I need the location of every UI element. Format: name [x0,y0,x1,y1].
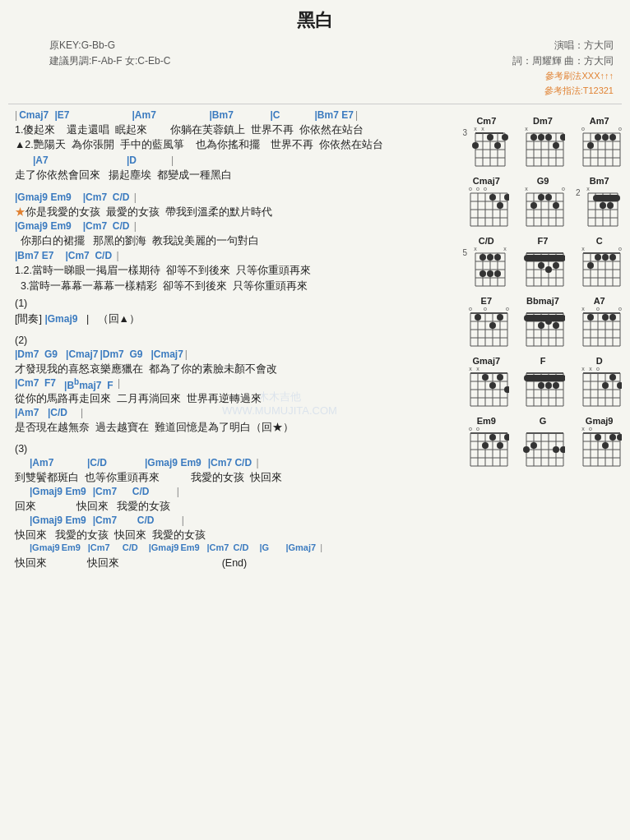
interlude-label: (1) [15,296,449,312]
svg-text:x: x [474,247,477,252]
divider [8,104,622,104]
bridge-chord-row: |Bm7 E7 |Cm7 C/D | [15,250,449,263]
diagram-f: F [517,356,569,409]
svg-point-196 [602,314,609,321]
chorus2-lyric: 你那白的裙擺 那黑的劉海 教我說美麗的一句對白 [15,233,449,249]
svg-point-130 [545,266,552,273]
lyricist-info: 詞：周耀輝 曲：方大同 [512,53,614,69]
verse1-chord-row: |Cmaj7 |E7 |Am7 |Bm7 |C |Bm7 E7 | [15,109,449,122]
svg-point-47 [587,142,594,149]
diagram-a7: A7 x o o [573,296,625,349]
diagrams-grid: Cm7 3 [461,116,625,469]
s3-chord1-row: |Am7 |C/D |Gmaj9 Em9 |Cm7 C/D | [15,457,449,470]
diagram-g9: G9 [517,176,569,229]
svg-text:o: o [596,367,600,372]
section3-block: (3) |Am7 |C/D |Gmaj9 Em9 |Cm7 C/D | 到雙鬢都… [15,441,449,571]
section3-label: (3) [15,441,449,457]
svg-point-277 [553,446,559,453]
svg-point-276 [530,442,537,449]
svg-text:o: o [618,127,622,132]
diagram-gmaj7: Gmaj7 x x [461,356,512,409]
svg-point-115 [487,270,493,277]
interlude-block: (1) [間奏] |Gmaj9 | （回▲） [15,296,449,327]
s3-lyric2: 回來 快回來 我愛的女孩 [15,499,449,515]
diagram-cm7: Cm7 3 [461,116,512,169]
s2-chord1-row: |Dm7 G9 |Cmaj7 |Dm7 G9 |Cmaj7 | [15,348,449,362]
title-area: 黑白 [0,8,630,33]
diagram-bbmaj7: Bbmaj7 [517,296,569,349]
s3-chord3-row: |Gmaj9 Em9 |Cm7 C/D | [15,515,449,528]
svg-point-214 [504,386,509,393]
svg-text:o: o [596,307,600,312]
svg-point-111 [479,254,486,261]
svg-text:o: o [563,187,566,192]
svg-point-180 [553,322,559,329]
svg-point-49 [602,134,609,141]
s3-lyric1: 到雙鬢都斑白 也等你重頭再來 我愛的女孩 快回來 [15,470,449,486]
s3-chord2-row: |Gmaj9 Em9 |Cm7 C/D | [15,486,449,499]
svg-point-246 [617,382,622,389]
diagram-bm7: Bm7 2 x [573,176,625,229]
svg-text:x: x [469,367,472,372]
svg-point-212 [489,382,496,389]
bridge-lyric1a: 1.2.當時一睇眼一掲眉一樣期待 卻等不到後來 只等你重頭再來 [15,263,449,279]
svg-point-147 [602,254,609,261]
svg-point-275 [523,446,530,453]
svg-point-15 [502,134,508,141]
svg-point-165 [497,314,503,321]
svg-text:x: x [503,247,507,252]
diagram-gmaj9: Gmaj9 x o [573,416,625,469]
singer-info: 演唱：方大同 [512,38,614,53]
svg-point-260 [482,442,489,449]
svg-point-33 [560,134,565,141]
song-title: 黑白 [297,10,333,30]
svg-text:x: x [481,127,484,132]
svg-point-213 [497,374,503,381]
diagram-d: D x x o [573,356,625,409]
svg-text:x: x [581,247,585,252]
svg-point-112 [487,254,493,261]
svg-point-30 [538,134,544,141]
svg-text:o: o [476,187,479,192]
svg-point-14 [494,142,501,149]
svg-point-129 [538,262,544,269]
diagram-cd: C/D 5 x x [461,236,512,289]
diagram-c: C x o [573,236,625,289]
page: 黑白 原KEY:G-Bb-G 建議男調:F-Ab-F 女:C-Eb-C 演唱：方… [0,0,630,840]
left-info: 原KEY:G-Bb-G 建議男調:F-Ab-F 女:C-Eb-C [49,38,170,99]
svg-text:o: o [618,307,622,312]
s2-lyric3: 是否現在越無奈 過去越寶在 難道回憶是為了明白（回★） [15,420,449,436]
diagram-dm7: Dm7 [517,116,569,169]
bridge-lyric1b: 3.當時一幕幕一幕幕一樣精彩 卻等不到後來 只等你重頭再來 [15,279,449,294]
svg-point-82 [538,194,544,201]
svg-text:x: x [526,127,529,132]
svg-point-163 [475,314,481,321]
svg-point-261 [489,434,496,441]
svg-point-145 [587,262,594,269]
svg-point-67 [504,194,509,201]
svg-point-228 [545,382,552,389]
ref1: 參考刷法XXX↑↑↑ [512,69,614,84]
svg-point-292 [595,434,601,441]
svg-point-245 [609,374,616,381]
s3-lyric3: 快回來 我愛的女孩 快回來 我愛的女孩 [15,528,449,543]
s2-chord2-row: |Cm7 F7 |Bbmaj7 F | [15,377,449,391]
svg-point-83 [545,194,552,201]
svg-text:x: x [587,187,591,192]
svg-point-211 [482,374,489,381]
key-info: 原KEY:G-Bb-G [49,38,170,53]
svg-text:o: o [581,127,585,132]
svg-point-262 [497,442,503,449]
svg-point-98 [607,202,614,209]
chorus2-chord-row: |Gmaj9 Em9 |Cm7 C/D | [15,220,449,233]
svg-text:x: x [474,127,477,132]
chorus1-lyric: ★你是我愛的女孩 最愛的女孩 帶我到溫柔的默片時代 [15,205,449,220]
svg-point-131 [553,262,559,269]
chord-diagrams: Cm7 3 [457,109,630,574]
svg-point-16 [472,142,479,149]
svg-text:o: o [476,427,479,432]
svg-point-195 [587,314,594,321]
svg-text:o: o [589,427,592,432]
svg-point-293 [602,442,609,449]
svg-text:x: x [581,367,585,372]
